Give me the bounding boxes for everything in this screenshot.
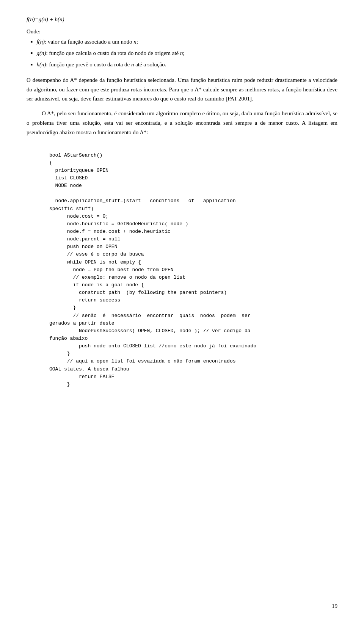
page-number: 19 [332,603,337,609]
bullet-fn: ▪ f(n): valor da função associado a um n… [27,38,337,47]
onde-section: Onde: ▪ f(n): valor da função associado … [27,27,337,70]
formula-line: f(n)=g(n) + h(n) [27,15,337,24]
bullet-text-fn: f(n): valor da função associado a um nod… [36,38,337,46]
bullet-gn: ▪ g(n): função que calcula o custo da ro… [27,49,337,59]
bullet-symbol-gn: ▪ [30,48,33,59]
bullet-symbol-hn: ▪ [30,60,33,70]
bullet-text-gn: g(n): função que calcula o custo da rota… [36,49,337,58]
paragraph-2: O A*, pelo seu funcionamento, é consider… [27,109,337,137]
page-container: f(n)=g(n) + h(n) Onde: ▪ f(n): valor da … [0,0,364,620]
bullet-text-hn: h(n): função que prevê o custo da rota d… [36,60,337,69]
bullet-symbol-fn: ▪ [30,37,33,47]
bullet-hn: ▪ h(n): função que prevê o custo da rota… [27,60,337,70]
onde-label: Onde: [27,27,337,36]
paragraph-1-block: O desempenho do A* depende da função heu… [27,75,337,104]
paragraph-2-block: O A*, pelo seu funcionamento, é consider… [27,109,337,137]
code-block: bool AStarSearch() { priorityqueue OPEN … [27,144,337,396]
paragraph-1: O desempenho do A* depende da função heu… [27,75,337,104]
code-text: bool AStarSearch() { priorityqueue OPEN … [49,152,256,387]
formula-text: f(n)=g(n) + h(n) [27,16,64,22]
